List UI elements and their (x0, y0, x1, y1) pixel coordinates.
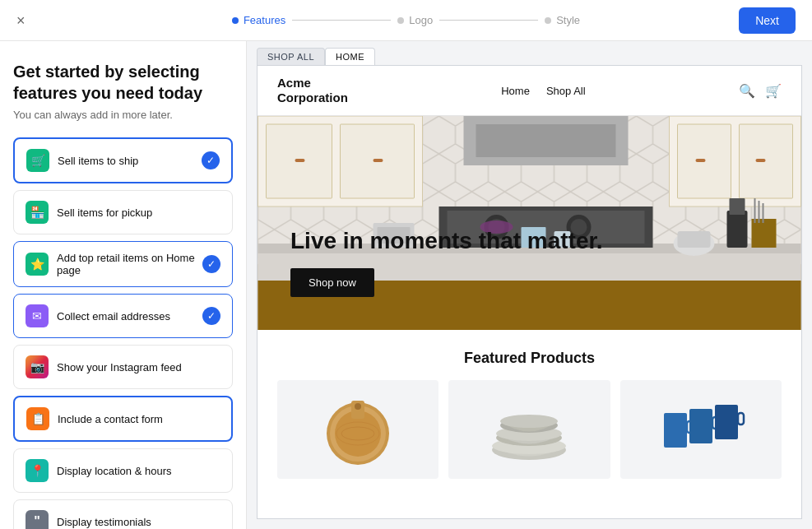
product-card-mugs[interactable] (620, 380, 782, 479)
search-icon[interactable]: 🔍 (739, 83, 755, 99)
svg-point-49 (500, 415, 558, 428)
left-panel: Get started by selecting features you ne… (0, 41, 247, 529)
hero-title: Live in moments that matter. (290, 227, 603, 255)
feature-sell-ship[interactable]: 🛒 Sell items to ship ✓ (13, 137, 233, 183)
svg-rect-14 (756, 159, 766, 162)
hero-content: Live in moments that matter. Shop now (290, 227, 603, 297)
mugs-icon (652, 388, 750, 471)
check-collect-email: ✓ (202, 307, 220, 325)
label-sell-ship: Sell items to ship (58, 155, 138, 167)
svg-rect-31 (759, 201, 760, 223)
store-nav-links: Home Shop All (501, 85, 585, 97)
next-button[interactable]: Next (739, 7, 796, 34)
hero-section: Live in moments that matter. Shop now (258, 116, 801, 330)
feature-top-retail[interactable]: ⭐ Add top retail items on Home page ✓ (13, 241, 233, 287)
preview-tabs: SHOP ALL HOME (247, 41, 812, 65)
main-content: Get started by selecting features you ne… (0, 41, 812, 529)
icon-testimonials: " (26, 510, 49, 529)
svg-rect-13 (696, 159, 706, 162)
step-logo-label: Logo (409, 14, 433, 26)
product-img-mugs (620, 380, 782, 479)
steps-nav: Features Logo Style (232, 14, 580, 26)
feature-contact-form[interactable]: 📋 Include a contact form (13, 396, 233, 442)
panel-subtitle: You can always add in more later. (13, 109, 233, 121)
bowls-icon (480, 388, 578, 471)
step-dot-style (545, 17, 551, 24)
icon-top-retail: ⭐ (26, 253, 49, 276)
svg-rect-52 (689, 409, 712, 443)
right-panel: SHOP ALL HOME Acme Corporation Home Shop… (247, 41, 812, 529)
close-button[interactable]: × (16, 12, 26, 29)
svg-rect-34 (730, 198, 745, 215)
icon-location: 📍 (26, 459, 49, 482)
feature-location[interactable]: 📍 Display location & hours (13, 448, 233, 493)
product-card-bowls[interactable] (448, 380, 610, 479)
step-dot-logo (397, 17, 404, 24)
check-top-retail: ✓ (202, 255, 220, 273)
nav-link-shop-all[interactable]: Shop All (546, 85, 586, 97)
nav-link-home[interactable]: Home (501, 85, 530, 97)
icon-sell-ship: 🛒 (26, 149, 49, 172)
check-sell-ship: ✓ (202, 151, 220, 169)
product-card-cutting-board[interactable] (277, 380, 438, 479)
panel-title: Get started by selecting features you ne… (13, 61, 233, 104)
step-dot-features (232, 17, 239, 24)
products-grid (277, 380, 782, 479)
feature-testimonials[interactable]: " Display testimonials (13, 499, 233, 529)
icon-contact-form: 📋 (26, 407, 49, 430)
label-testimonials: Display testimonials (57, 516, 151, 528)
featured-title: Featured Products (277, 350, 782, 367)
tab-shop-all[interactable]: SHOP ALL (257, 48, 325, 65)
label-collect-email: Collect email addresses (57, 310, 170, 323)
step-line-2 (439, 20, 538, 21)
svg-rect-29 (752, 219, 777, 248)
icon-sell-pickup: 🏪 (26, 201, 49, 224)
svg-rect-12 (740, 124, 793, 198)
label-contact-form: Include a contact form (58, 413, 163, 425)
cart-icon[interactable]: 🛒 (765, 83, 782, 99)
store-nav-icons: 🔍 🛒 (739, 83, 782, 99)
product-img-bowls (448, 380, 610, 479)
feature-sell-pickup[interactable]: 🏪 Sell items for pickup (13, 190, 233, 234)
store-preview: Acme Corporation Home Shop All 🔍 🛒 (257, 65, 802, 519)
feature-instagram[interactable]: 📷 Show your Instagram feed (13, 345, 233, 389)
step-style-label: Style (556, 14, 580, 26)
featured-section: Featured Products (258, 330, 801, 499)
svg-point-43 (355, 403, 361, 410)
step-features: Features (232, 14, 285, 26)
step-features-label: Features (244, 14, 285, 26)
product-img-cutting-board (277, 380, 438, 479)
svg-rect-54 (715, 405, 738, 439)
step-style: Style (545, 14, 580, 26)
step-line-1 (292, 20, 391, 21)
cutting-board-icon (317, 388, 399, 471)
svg-rect-32 (763, 203, 764, 223)
store-nav: Acme Corporation Home Shop All 🔍 🛒 (258, 66, 801, 116)
svg-rect-7 (374, 159, 383, 162)
store-logo: Acme Corporation (277, 76, 348, 105)
label-sell-pickup: Sell items for pickup (57, 206, 152, 219)
label-location: Display location & hours (57, 465, 171, 477)
icon-instagram: 📷 (26, 355, 49, 378)
svg-rect-33 (727, 211, 748, 248)
label-instagram: Show your Instagram feed (57, 361, 182, 374)
svg-rect-55 (738, 413, 744, 425)
tab-home[interactable]: HOME (325, 48, 375, 65)
step-logo: Logo (397, 14, 433, 26)
label-top-retail: Add top retail items on Home page (57, 252, 202, 276)
svg-rect-9 (476, 124, 616, 157)
icon-collect-email: ✉ (26, 304, 49, 327)
svg-rect-50 (664, 413, 687, 448)
hero-kitchen-image (258, 116, 801, 330)
feature-collect-email[interactable]: ✉ Collect email addresses ✓ (13, 294, 233, 338)
svg-rect-6 (295, 159, 305, 162)
svg-rect-30 (754, 198, 756, 223)
top-bar: × Features Logo Style Next (0, 0, 812, 41)
svg-rect-28 (678, 231, 711, 248)
hero-shop-now-button[interactable]: Shop now (290, 268, 374, 297)
